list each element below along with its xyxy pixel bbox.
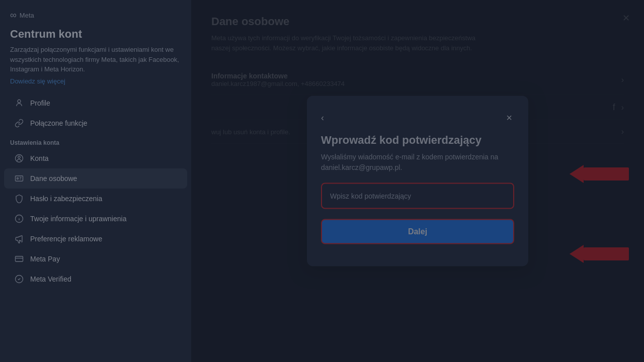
app-container: ∞ Meta Centrum kont Zarządzaj połączonym… bbox=[0, 0, 644, 362]
id-card-icon bbox=[14, 173, 24, 184]
svg-rect-7 bbox=[16, 256, 23, 261]
sidebar-item-info-label: Twoje informacje i uprawnienia bbox=[30, 215, 126, 223]
sidebar-item-profile[interactable]: Profile bbox=[4, 93, 187, 113]
input-arrow-tip bbox=[570, 165, 584, 183]
svg-point-2 bbox=[18, 156, 21, 158]
sidebar: ∞ Meta Centrum kont Zarządzaj połączonym… bbox=[0, 0, 191, 362]
settings-section-title: Ustawienia konta bbox=[0, 133, 191, 148]
modal-title: Wprowadź kod potwierdzający bbox=[321, 134, 514, 147]
svg-rect-3 bbox=[16, 175, 23, 181]
svg-point-4 bbox=[17, 177, 19, 179]
modal-dialog: ‹ × Wprowadź kod potwierdzający Wysłaliś… bbox=[307, 96, 528, 266]
sidebar-item-security-label: Hasło i zabezpieczenia bbox=[30, 195, 102, 203]
meta-logo-text: Meta bbox=[20, 12, 34, 19]
sidebar-title: Centrum kont bbox=[0, 26, 191, 45]
input-arrow-shaft bbox=[584, 167, 629, 180]
sidebar-item-personal-label: Dane osobowe bbox=[30, 174, 77, 183]
modal-back-button[interactable]: ‹ bbox=[321, 111, 328, 125]
meta-logo-icon: ∞ bbox=[10, 10, 17, 21]
sidebar-item-ads-label: Preferencje reklamowe bbox=[30, 235, 102, 243]
link-icon bbox=[14, 118, 24, 128]
button-arrow-shaft bbox=[584, 247, 629, 260]
button-arrow-tip bbox=[570, 245, 584, 263]
sidebar-item-security[interactable]: Hasło i zabezpieczenia bbox=[4, 189, 187, 209]
verification-code-input-wrapper bbox=[321, 183, 514, 209]
input-arrow-annotation bbox=[570, 165, 629, 183]
sidebar-item-connected-label: Połączone funkcje bbox=[30, 119, 88, 127]
sidebar-description: Zarządzaj połączonymi funkcjami i ustawi… bbox=[0, 45, 191, 77]
person-circle-icon bbox=[14, 153, 24, 163]
modal-close-button[interactable]: × bbox=[504, 110, 514, 126]
modal-header: ‹ × bbox=[321, 110, 514, 126]
sidebar-item-accounts-label: Konta bbox=[30, 154, 49, 162]
button-arrow-annotation bbox=[570, 245, 629, 263]
shield-icon bbox=[14, 194, 24, 204]
sidebar-item-pay-label: Meta Pay bbox=[30, 255, 60, 263]
person-icon bbox=[14, 98, 24, 108]
sidebar-item-info[interactable]: Twoje informacje i uprawnienia bbox=[4, 209, 187, 229]
submit-button[interactable]: Dalej bbox=[321, 219, 514, 244]
sidebar-item-connected[interactable]: Połączone funkcje bbox=[4, 113, 187, 133]
megaphone-icon bbox=[14, 234, 24, 244]
sidebar-item-ads[interactable]: Preferencje reklamowe bbox=[4, 229, 187, 249]
sidebar-item-personal[interactable]: Dane osobowe bbox=[4, 168, 187, 189]
sidebar-item-pay[interactable]: Meta Pay bbox=[4, 249, 187, 269]
sidebar-item-profile-label: Profile bbox=[30, 99, 50, 107]
modal-description: Wysłaliśmy wiadomość e-mail z kodem potw… bbox=[321, 152, 514, 173]
sidebar-item-verified-label: Meta Verified bbox=[30, 275, 71, 283]
svg-point-0 bbox=[18, 100, 21, 103]
sidebar-item-verified[interactable]: Meta Verified bbox=[4, 269, 187, 289]
verification-code-input[interactable] bbox=[322, 184, 513, 208]
main-content: ✕ Dane osobowe Meta używa tych informacj… bbox=[191, 0, 644, 362]
sidebar-item-accounts[interactable]: Konta bbox=[4, 148, 187, 168]
credit-card-icon bbox=[14, 254, 24, 264]
learn-more-link[interactable]: Dowiedz się więcej bbox=[0, 77, 191, 93]
meta-logo: ∞ Meta bbox=[0, 10, 191, 26]
badge-check-icon bbox=[14, 274, 24, 284]
info-badge-icon bbox=[14, 214, 24, 224]
